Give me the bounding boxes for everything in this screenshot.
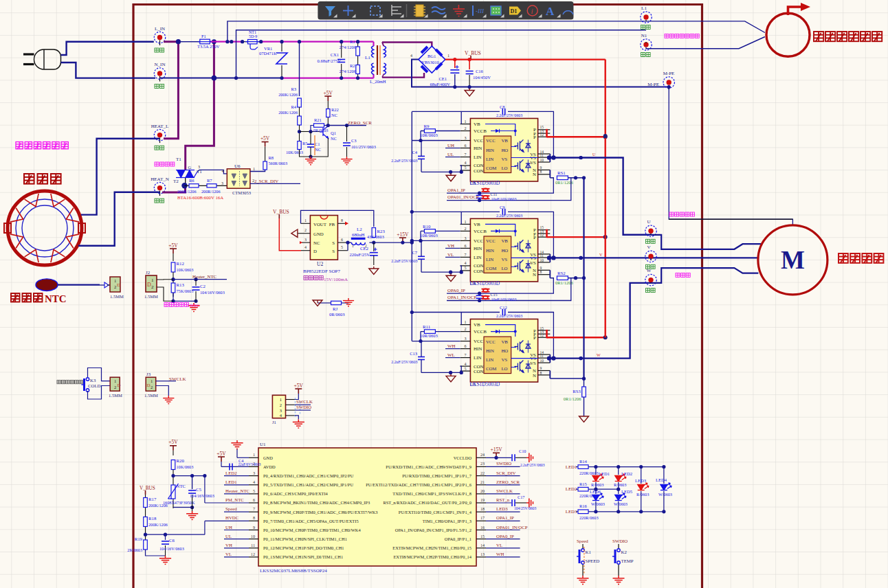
svg-text:U: U: [647, 219, 650, 225]
svg-text:R8: R8: [269, 155, 274, 160]
svg-text:2: 2: [151, 284, 154, 290]
svg-text:P0_12/MCPWM_CH1P/SPI_DO/TIM0_C: P0_12/MCPWM_CH1P/SPI_DO/TIM0_CH1: [263, 545, 344, 550]
svg-text:VH: VH: [447, 243, 454, 249]
svg-text:C13: C13: [410, 351, 417, 356]
svg-text:V_BUS: V_BUS: [465, 50, 481, 56]
svg-text:LIN: LIN: [486, 257, 493, 262]
svg-text:BTA16-600B:600V 16A: BTA16-600B:600V 16A: [177, 195, 223, 200]
svg-text:OPA0_IP/P1_1: OPA0_IP/P1_1: [445, 536, 471, 541]
svg-text:5: 5: [464, 367, 466, 371]
svg-text:J2: J2: [146, 270, 151, 275]
svg-text:10: 10: [251, 534, 255, 539]
svg-text:VCCB: VCCB: [474, 229, 487, 234]
svg-text:3: 3: [198, 165, 200, 169]
svg-text:LED3: LED3: [496, 506, 508, 511]
svg-text:PU/EXTI10/TIM0_CH1/CMP1_IN/P1_: PU/EXTI10/TIM0_CH1/CMP1_IN/P1_4: [399, 510, 472, 514]
svg-text:15V/100mA: 15V/100mA: [324, 277, 348, 282]
svg-text:3: 3: [221, 181, 223, 185]
svg-text:10K/0603: 10K/0603: [177, 267, 194, 272]
svg-text:PU/RXD/TIM0_CH0/CMP1_IP1/P1_7: PU/RXD/TIM0_CH0/CMP1_IP1/P1_7: [402, 473, 472, 478]
svg-text:R19: R19: [135, 536, 143, 541]
svg-text:W/0603: W/0603: [658, 492, 672, 497]
svg-text:10R/0603: 10R/0603: [420, 133, 438, 137]
svg-text:G: G: [188, 165, 192, 170]
svg-text:T1: T1: [176, 157, 181, 162]
svg-text:T3.5A 250V: T3.5A 250V: [197, 44, 220, 49]
svg-text:VS: VS: [501, 157, 507, 161]
svg-text:5D-9: 5D-9: [249, 34, 257, 38]
svg-text:R12: R12: [177, 261, 185, 266]
svg-text:0R/0603: 0R/0603: [329, 312, 344, 317]
svg-text:VCC: VCC: [474, 238, 484, 244]
svg-text:2: 2: [114, 284, 116, 289]
svg-text:220R/0603: 220R/0603: [579, 515, 599, 520]
svg-text:8: 8: [540, 170, 542, 174]
svg-text:11: 11: [540, 253, 544, 258]
svg-text:HEAT_N: HEAT_N: [151, 177, 168, 182]
svg-text:22: 22: [480, 471, 485, 475]
svg-text:1.5MM: 1.5MM: [144, 393, 158, 398]
svg-text:274/1206: 274/1206: [339, 45, 356, 49]
svg-text:W: W: [647, 268, 652, 273]
svg-text:TIM1_CH0/OPA1_IP/P1_3: TIM1_CH0/OPA1_IP/P1_3: [423, 519, 471, 523]
svg-text:HO: HO: [501, 348, 508, 353]
svg-text:R6: R6: [189, 178, 195, 183]
svg-text:D: D: [147, 383, 151, 388]
svg-text:16: 16: [480, 525, 485, 530]
svg-text:7: 7: [253, 506, 255, 511]
svg-text:LKS32MC037LM6S8B/TSSOP24: LKS32MC037LM6S8B/TSSOP24: [260, 568, 327, 574]
svg-text:1: 1: [151, 278, 154, 283]
svg-text:680uH: 680uH: [352, 232, 365, 237]
svg-text:R10: R10: [423, 224, 431, 229]
svg-text:10uF/10V/0603: 10uF/10V/0603: [491, 297, 517, 302]
svg-text:12: 12: [540, 133, 544, 137]
svg-text:5: 5: [464, 266, 466, 270]
svg-text:COM: COM: [486, 266, 497, 271]
svg-text:NTC: NTC: [177, 484, 186, 488]
svg-text:10: 10: [540, 359, 544, 363]
svg-text:6: 6: [253, 497, 255, 502]
svg-text:R22: R22: [331, 107, 339, 112]
svg-text:YBS3010: YBS3010: [421, 60, 439, 65]
svg-text:VB: VB: [474, 122, 480, 127]
svg-text:R/0603: R/0603: [614, 482, 626, 487]
svg-text:ZERO_SCR: ZERO_SCR: [348, 120, 372, 126]
svg-text:6: 6: [341, 238, 343, 242]
svg-text:VL: VL: [225, 552, 232, 556]
svg-text:+5V: +5V: [168, 439, 178, 445]
svg-text:4: 4: [464, 161, 466, 165]
svg-text:1: 1: [280, 397, 282, 402]
svg-text:R18: R18: [148, 516, 157, 521]
svg-text:RS2: RS2: [557, 271, 566, 275]
svg-text:P: P: [533, 335, 536, 340]
svg-text:LED5: LED5: [621, 489, 632, 494]
svg-text:R15: R15: [579, 482, 587, 486]
svg-text:P0_8/MCPWM_BKIN1/TIM0_CH0/ADC_: P0_8/MCPWM_BKIN1/TIM0_CH0/ADC_CH4/CMP0_I…: [263, 500, 370, 505]
svg-text:RS3: RS3: [573, 389, 581, 394]
svg-text:7: 7: [464, 152, 466, 157]
svg-text:560R/0603: 560R/0603: [269, 161, 288, 166]
svg-text:L_20mH: L_20mH: [370, 79, 386, 84]
svg-text:24: 24: [480, 452, 485, 457]
svg-text:VS: VS: [501, 357, 507, 362]
svg-text:VCC: VCC: [486, 238, 496, 243]
svg-text:R9: R9: [424, 124, 430, 128]
svg-text:P0_10/MCPWM_CH0P/TIM0_CH0/TIM1: P0_10/MCPWM_CH0P/TIM0_CH0/TIM1_CH0/WK4: [263, 528, 361, 532]
svg-text:VS: VS: [530, 260, 536, 265]
svg-text:1: 1: [114, 378, 116, 383]
svg-text:18: 18: [480, 506, 485, 511]
svg-text:LED3: LED3: [635, 478, 646, 483]
svg-text:VS: VS: [530, 361, 536, 365]
svg-text:VB: VB: [474, 222, 480, 227]
svg-text:RST_n/RXD/ADC_CH10/DAC_OUT/P0_: RST_n/RXD/ADC_CH10/DAC_OUT/P0_2/P0_0: [383, 500, 471, 505]
svg-text:R/0603: R/0603: [636, 492, 649, 497]
svg-text:VCC: VCC: [486, 138, 496, 143]
svg-text:LIN: LIN: [474, 255, 482, 260]
svg-text:HIN: HIN: [486, 148, 494, 152]
svg-text:BP8522EDF SOP7: BP8522EDF SOP7: [303, 269, 340, 274]
svg-text:VCC: VCC: [474, 339, 484, 344]
svg-text:R/0603: R/0603: [591, 482, 603, 487]
svg-text:+15V: +15V: [490, 446, 502, 453]
svg-text:VR1: VR1: [264, 46, 272, 51]
svg-text:SPEED: SPEED: [586, 558, 600, 563]
